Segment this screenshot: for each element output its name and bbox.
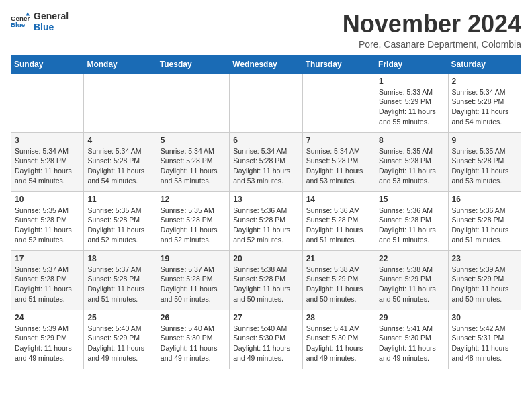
calendar-body: 1Sunrise: 5:33 AM Sunset: 5:29 PM Daylig… [11, 73, 521, 369]
day-info: Sunrise: 5:37 AM Sunset: 5:28 PM Dayligh… [161, 265, 226, 304]
svg-text:Blue: Blue [11, 21, 26, 28]
calendar-cell: 19Sunrise: 5:37 AM Sunset: 5:28 PM Dayli… [157, 250, 229, 310]
day-info: Sunrise: 5:40 AM Sunset: 5:29 PM Dayligh… [87, 324, 152, 363]
day-number: 7 [306, 136, 371, 145]
day-info: Sunrise: 5:34 AM Sunset: 5:28 PM Dayligh… [306, 146, 371, 186]
calendar-cell: 11Sunrise: 5:35 AM Sunset: 5:28 PM Dayli… [84, 191, 157, 250]
day-number: 29 [379, 313, 444, 322]
day-number: 30 [452, 313, 517, 322]
calendar-cell [84, 73, 157, 132]
calendar-cell: 28Sunrise: 5:41 AM Sunset: 5:30 PM Dayli… [302, 310, 375, 369]
calendar-week-4: 17Sunrise: 5:37 AM Sunset: 5:28 PM Dayli… [11, 250, 521, 310]
day-info: Sunrise: 5:34 AM Sunset: 5:28 PM Dayligh… [452, 87, 517, 127]
day-number: 18 [87, 254, 152, 263]
day-number: 1 [379, 77, 444, 86]
day-info: Sunrise: 5:41 AM Sunset: 5:30 PM Dayligh… [379, 324, 444, 363]
calendar-week-3: 10Sunrise: 5:35 AM Sunset: 5:28 PM Dayli… [11, 191, 521, 250]
day-number: 3 [15, 136, 80, 145]
day-info: Sunrise: 5:34 AM Sunset: 5:28 PM Dayligh… [87, 146, 152, 186]
day-number: 4 [87, 136, 152, 145]
calendar-cell: 3Sunrise: 5:34 AM Sunset: 5:28 PM Daylig… [11, 132, 84, 191]
calendar-cell: 23Sunrise: 5:39 AM Sunset: 5:29 PM Dayli… [448, 250, 521, 310]
calendar-cell: 5Sunrise: 5:34 AM Sunset: 5:28 PM Daylig… [157, 132, 229, 191]
day-number: 24 [15, 313, 80, 322]
day-info: Sunrise: 5:37 AM Sunset: 5:28 PM Dayligh… [87, 265, 152, 304]
calendar-cell: 15Sunrise: 5:36 AM Sunset: 5:28 PM Dayli… [375, 191, 448, 250]
day-header-monday: Monday [84, 55, 157, 73]
calendar-cell: 20Sunrise: 5:38 AM Sunset: 5:28 PM Dayli… [230, 250, 302, 310]
calendar-cell: 4Sunrise: 5:34 AM Sunset: 5:28 PM Daylig… [84, 132, 157, 191]
day-number: 26 [161, 313, 226, 322]
calendar: SundayMondayTuesdayWednesdayThursdayFrid… [11, 55, 521, 369]
calendar-week-5: 24Sunrise: 5:39 AM Sunset: 5:29 PM Dayli… [11, 310, 521, 369]
calendar-cell: 16Sunrise: 5:36 AM Sunset: 5:28 PM Dayli… [448, 191, 521, 250]
calendar-cell: 6Sunrise: 5:34 AM Sunset: 5:28 PM Daylig… [230, 132, 302, 191]
day-info: Sunrise: 5:34 AM Sunset: 5:28 PM Dayligh… [233, 146, 298, 186]
calendar-cell: 18Sunrise: 5:37 AM Sunset: 5:28 PM Dayli… [84, 250, 157, 310]
day-info: Sunrise: 5:38 AM Sunset: 5:28 PM Dayligh… [233, 265, 298, 304]
day-info: Sunrise: 5:36 AM Sunset: 5:28 PM Dayligh… [379, 205, 444, 245]
day-info: Sunrise: 5:38 AM Sunset: 5:29 PM Dayligh… [306, 265, 371, 304]
day-info: Sunrise: 5:40 AM Sunset: 5:30 PM Dayligh… [161, 324, 226, 363]
day-number: 20 [233, 254, 298, 263]
logo-icon: General Blue [11, 12, 30, 31]
day-number: 28 [306, 313, 371, 322]
calendar-cell: 25Sunrise: 5:40 AM Sunset: 5:29 PM Dayli… [84, 310, 157, 369]
calendar-cell: 14Sunrise: 5:36 AM Sunset: 5:28 PM Dayli… [302, 191, 375, 250]
calendar-cell: 21Sunrise: 5:38 AM Sunset: 5:29 PM Dayli… [302, 250, 375, 310]
page-header: General Blue General Blue November 2024 … [11, 11, 521, 50]
day-info: Sunrise: 5:35 AM Sunset: 5:28 PM Dayligh… [379, 146, 444, 186]
day-header-friday: Friday [375, 55, 448, 73]
day-info: Sunrise: 5:35 AM Sunset: 5:28 PM Dayligh… [15, 205, 80, 245]
day-number: 6 [233, 136, 298, 145]
day-info: Sunrise: 5:35 AM Sunset: 5:28 PM Dayligh… [452, 146, 517, 186]
day-info: Sunrise: 5:38 AM Sunset: 5:29 PM Dayligh… [379, 265, 444, 304]
day-number: 2 [452, 77, 517, 86]
day-info: Sunrise: 5:35 AM Sunset: 5:28 PM Dayligh… [87, 205, 152, 245]
day-number: 19 [161, 254, 226, 263]
calendar-week-1: 1Sunrise: 5:33 AM Sunset: 5:29 PM Daylig… [11, 73, 521, 132]
logo-line1: General [34, 11, 69, 21]
day-number: 22 [379, 254, 444, 263]
calendar-cell: 2Sunrise: 5:34 AM Sunset: 5:28 PM Daylig… [448, 73, 521, 132]
day-number: 11 [87, 195, 152, 204]
day-info: Sunrise: 5:39 AM Sunset: 5:29 PM Dayligh… [15, 324, 80, 363]
day-number: 15 [379, 195, 444, 204]
calendar-cell: 13Sunrise: 5:36 AM Sunset: 5:28 PM Dayli… [230, 191, 302, 250]
day-info: Sunrise: 5:41 AM Sunset: 5:30 PM Dayligh… [306, 324, 371, 363]
calendar-cell [302, 73, 375, 132]
calendar-cell [157, 73, 229, 132]
day-number: 10 [15, 195, 80, 204]
day-info: Sunrise: 5:40 AM Sunset: 5:30 PM Dayligh… [233, 324, 298, 363]
day-number: 16 [452, 195, 517, 204]
logo-line2: Blue [34, 21, 69, 32]
day-number: 9 [452, 136, 517, 145]
day-info: Sunrise: 5:37 AM Sunset: 5:28 PM Dayligh… [15, 265, 80, 304]
calendar-header-row: SundayMondayTuesdayWednesdayThursdayFrid… [11, 55, 521, 73]
day-number: 27 [233, 313, 298, 322]
calendar-cell: 17Sunrise: 5:37 AM Sunset: 5:28 PM Dayli… [11, 250, 84, 310]
day-header-thursday: Thursday [302, 55, 375, 73]
day-info: Sunrise: 5:42 AM Sunset: 5:31 PM Dayligh… [452, 324, 517, 363]
day-info: Sunrise: 5:33 AM Sunset: 5:29 PM Dayligh… [379, 87, 444, 127]
calendar-cell: 22Sunrise: 5:38 AM Sunset: 5:29 PM Dayli… [375, 250, 448, 310]
month-title: November 2024 [343, 11, 521, 38]
day-number: 5 [161, 136, 226, 145]
logo: General Blue General Blue [11, 11, 69, 32]
day-info: Sunrise: 5:36 AM Sunset: 5:28 PM Dayligh… [306, 205, 371, 245]
day-number: 17 [15, 254, 80, 263]
day-info: Sunrise: 5:34 AM Sunset: 5:28 PM Dayligh… [161, 146, 226, 186]
day-number: 25 [87, 313, 152, 322]
day-info: Sunrise: 5:39 AM Sunset: 5:29 PM Dayligh… [452, 265, 517, 304]
calendar-cell: 26Sunrise: 5:40 AM Sunset: 5:30 PM Dayli… [157, 310, 229, 369]
calendar-cell: 7Sunrise: 5:34 AM Sunset: 5:28 PM Daylig… [302, 132, 375, 191]
calendar-cell: 29Sunrise: 5:41 AM Sunset: 5:30 PM Dayli… [375, 310, 448, 369]
calendar-cell: 1Sunrise: 5:33 AM Sunset: 5:29 PM Daylig… [375, 73, 448, 132]
day-info: Sunrise: 5:36 AM Sunset: 5:28 PM Dayligh… [233, 205, 298, 245]
day-header-sunday: Sunday [11, 55, 84, 73]
calendar-cell: 12Sunrise: 5:35 AM Sunset: 5:28 PM Dayli… [157, 191, 229, 250]
calendar-cell: 27Sunrise: 5:40 AM Sunset: 5:30 PM Dayli… [230, 310, 302, 369]
calendar-cell: 9Sunrise: 5:35 AM Sunset: 5:28 PM Daylig… [448, 132, 521, 191]
calendar-cell: 30Sunrise: 5:42 AM Sunset: 5:31 PM Dayli… [448, 310, 521, 369]
day-info: Sunrise: 5:36 AM Sunset: 5:28 PM Dayligh… [452, 205, 517, 245]
